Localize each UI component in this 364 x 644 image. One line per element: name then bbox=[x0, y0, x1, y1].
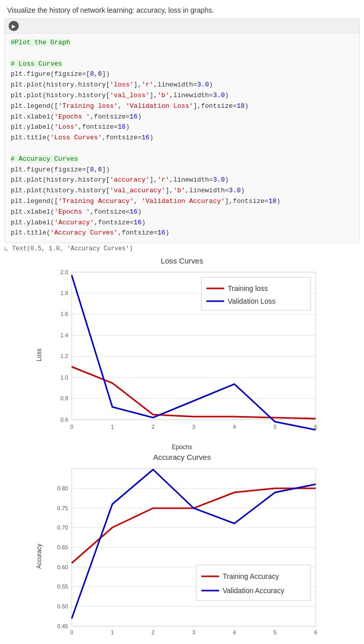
accuracy-chart-area: 0.80 0.75 0.70 0.65 0.60 0.55 0.50 0.45 … bbox=[44, 463, 328, 644]
svg-text:5: 5 bbox=[274, 424, 277, 430]
svg-text:0.6: 0.6 bbox=[60, 417, 68, 423]
loss-x-label: Epochs bbox=[172, 444, 192, 451]
svg-text:0.80: 0.80 bbox=[57, 485, 68, 491]
loss-y-label: Loss bbox=[36, 348, 43, 361]
svg-text:1.8: 1.8 bbox=[60, 290, 68, 296]
output-cell: ↳ Text(0.5, 1.0, 'Accuracy Curves') bbox=[4, 243, 360, 254]
loss-chart-area: 2.0 1.8 1.6 1.4 1.2 1.0 0.8 0.6 0 1 2 3 … bbox=[44, 267, 328, 443]
svg-text:0.45: 0.45 bbox=[57, 623, 68, 629]
svg-text:Validation Accuracy: Validation Accuracy bbox=[223, 587, 284, 595]
svg-text:Training Accuracy: Training Accuracy bbox=[223, 572, 279, 580]
loss-svg: 2.0 1.8 1.6 1.4 1.2 1.0 0.8 0.6 0 1 2 3 … bbox=[44, 267, 328, 440]
svg-text:0.60: 0.60 bbox=[57, 564, 68, 570]
svg-text:4: 4 bbox=[233, 629, 236, 635]
svg-text:2: 2 bbox=[151, 424, 155, 430]
loss-chart-container: Loss Curves Loss 2. bbox=[4, 256, 360, 451]
svg-text:0.70: 0.70 bbox=[57, 524, 68, 531]
svg-text:Training loss: Training loss bbox=[228, 284, 268, 292]
svg-text:0: 0 bbox=[70, 424, 73, 430]
code-content: #Plot the Graph # Loss Curves plt.figure… bbox=[5, 34, 359, 243]
loss-chart-title: Loss Curves bbox=[161, 256, 203, 265]
svg-text:1.2: 1.2 bbox=[60, 353, 68, 359]
svg-text:0.50: 0.50 bbox=[57, 603, 68, 609]
svg-text:1.0: 1.0 bbox=[60, 374, 68, 380]
accuracy-chart-container: Accuracy Curves Accuracy bbox=[4, 453, 360, 644]
accuracy-y-label: Accuracy bbox=[36, 544, 43, 569]
svg-text:0.55: 0.55 bbox=[57, 583, 68, 590]
svg-text:1.4: 1.4 bbox=[60, 332, 68, 338]
code-cell: ▶ #Plot the Graph # Loss Curves plt.figu… bbox=[4, 18, 360, 243]
svg-text:4: 4 bbox=[233, 424, 236, 430]
svg-rect-53 bbox=[196, 565, 311, 601]
svg-text:1: 1 bbox=[111, 424, 114, 430]
svg-text:2: 2 bbox=[151, 629, 155, 635]
loss-chart-wrap: Loss 2.0 1.8 bbox=[36, 267, 328, 443]
output-icon: ↳ bbox=[4, 243, 8, 253]
run-button[interactable]: ▶ bbox=[9, 21, 19, 31]
code-cell-header: ▶ bbox=[5, 19, 359, 34]
accuracy-chart-title: Accuracy Curves bbox=[153, 453, 210, 461]
svg-text:0.65: 0.65 bbox=[57, 544, 68, 550]
accuracy-chart-wrap: Accuracy bbox=[36, 463, 328, 644]
svg-rect-24 bbox=[201, 277, 311, 310]
svg-text:0.8: 0.8 bbox=[60, 395, 68, 401]
svg-text:1: 1 bbox=[111, 629, 114, 635]
svg-text:0: 0 bbox=[70, 629, 73, 635]
svg-text:Validation Loss: Validation Loss bbox=[228, 297, 276, 305]
accuracy-svg: 0.80 0.75 0.70 0.65 0.60 0.55 0.50 0.45 … bbox=[44, 463, 328, 644]
output-text: Text(0.5, 1.0, 'Accuracy Curves') bbox=[12, 243, 133, 254]
svg-text:0.75: 0.75 bbox=[57, 505, 68, 511]
svg-text:5: 5 bbox=[274, 629, 277, 635]
svg-text:1.6: 1.6 bbox=[60, 311, 68, 317]
svg-text:2.0: 2.0 bbox=[60, 269, 68, 275]
page-description: Visualize the history of network learnin… bbox=[0, 0, 364, 18]
svg-text:6: 6 bbox=[314, 629, 317, 635]
svg-text:3: 3 bbox=[192, 629, 195, 635]
svg-text:3: 3 bbox=[192, 424, 195, 430]
